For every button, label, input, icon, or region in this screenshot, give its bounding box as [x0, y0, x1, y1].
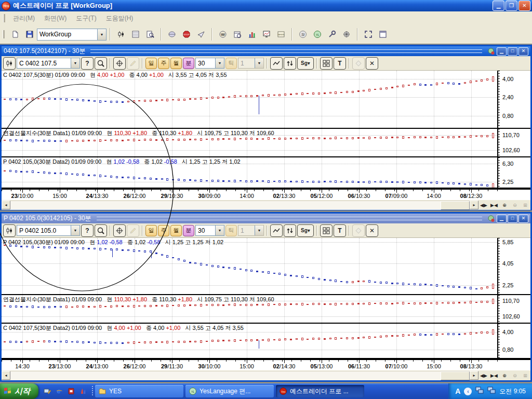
bar-chart-icon[interactable]	[245, 28, 259, 41]
expand-bars-button[interactable]: ◀▶	[478, 371, 489, 380]
alert-bulb-icon[interactable]	[487, 215, 496, 222]
zoom-out-button[interactable]: ⊖	[510, 371, 520, 380]
task-button[interactable]: Yes예스트레이더 프로 ...	[276, 385, 364, 397]
tick-button[interactable]: 틱	[225, 58, 237, 69]
save-icon[interactable]	[23, 28, 36, 41]
compress-bars-button[interactable]: ▶◀	[489, 371, 499, 380]
expand-icon[interactable]	[362, 28, 375, 41]
menu-item-3[interactable]: 도구(T)	[71, 12, 101, 24]
chart-minimize-button[interactable]: ▁	[497, 47, 507, 56]
task-button[interactable]: YES	[95, 385, 183, 397]
scroll-right-button[interactable]: ▸	[470, 201, 478, 209]
chevron-down-icon[interactable]: ▼	[215, 58, 224, 68]
period-button-주[interactable]: 주	[158, 58, 169, 69]
candlestick-chart-icon[interactable]	[114, 28, 128, 41]
scroll-left-button[interactable]: ◂	[2, 201, 10, 209]
multi-grid-button[interactable]: ⊞	[520, 371, 530, 380]
pencil-button[interactable]	[127, 57, 139, 70]
chart-close-button[interactable]: ✕	[518, 215, 528, 223]
scroll-right-button[interactable]: ▸	[470, 371, 478, 380]
help-button[interactable]: ?	[81, 57, 94, 70]
ime-indicator[interactable]: A	[455, 387, 460, 395]
symbol-combo[interactable]: C 0402 107.5▼	[17, 58, 80, 69]
comm-icon[interactable]	[165, 28, 179, 41]
zoom-in-button[interactable]: ⊕	[499, 371, 510, 380]
shape-tool-button[interactable]	[352, 57, 365, 70]
chevron-down-icon[interactable]: ▼	[71, 58, 79, 68]
new-workspace-icon[interactable]	[8, 28, 22, 41]
tick-count-combo[interactable]: 1▼	[238, 58, 264, 69]
pencil-button[interactable]	[127, 224, 139, 237]
period-button-분[interactable]: 분	[183, 58, 194, 69]
shape-tool-button[interactable]	[352, 224, 365, 237]
ie-icon[interactable]: e	[55, 387, 63, 395]
zoom-button[interactable]	[95, 224, 107, 237]
text-tool-button[interactable]: T	[334, 224, 346, 237]
zoom-in-button[interactable]: ⊕	[499, 201, 510, 209]
scrollbar-thumb[interactable]	[441, 201, 470, 210]
grid-layout-button[interactable]	[320, 57, 332, 70]
candlestick-mode-icon[interactable]	[3, 224, 16, 237]
interval-combo[interactable]: 30▼	[195, 58, 224, 69]
zoom-out-button[interactable]: ⊖	[510, 201, 520, 209]
interval-combo[interactable]: 30▼	[195, 225, 224, 236]
workgroup-combo[interactable]: WorkGroup▼	[37, 29, 107, 41]
help-button[interactable]: ?	[81, 224, 94, 237]
chart-minimize-button[interactable]: ▁	[497, 215, 507, 223]
wrench-icon[interactable]	[325, 28, 339, 41]
line-mode-button[interactable]	[270, 224, 283, 237]
news-icon[interactable]: NEWS	[274, 28, 288, 41]
network-icon[interactable]	[475, 386, 484, 396]
chevron-down-icon[interactable]: ▼	[97, 29, 106, 40]
chart-close-button[interactable]: ✕	[518, 47, 528, 56]
paint-icon[interactable]	[79, 387, 87, 395]
signal-button[interactable]: Sg▾	[297, 224, 314, 237]
restore-button[interactable]: ❐	[506, 1, 517, 11]
symbol-combo[interactable]: P 0402 105.0▼	[17, 225, 80, 236]
chart-maximize-button[interactable]: □	[508, 215, 517, 223]
calendar-search-icon[interactable]	[231, 28, 244, 41]
crosshair-button[interactable]	[113, 57, 126, 70]
period-button-분[interactable]: 분	[183, 225, 194, 236]
send-icon[interactable]	[194, 28, 208, 41]
monitor-chart-icon[interactable]	[260, 28, 273, 41]
close-button[interactable]: ✕	[518, 1, 530, 11]
stop-icon[interactable]: STOP	[180, 28, 193, 41]
tray-collapse-icon[interactable]: ‹	[464, 388, 472, 395]
text-tool-button[interactable]: T	[334, 57, 346, 70]
yl-badge-icon[interactable]: YL	[311, 28, 324, 41]
chart-maximize-button[interactable]: □	[508, 47, 517, 56]
doc-search-icon[interactable]	[143, 28, 157, 41]
period-button-월[interactable]: 월	[170, 58, 182, 69]
gear-badge-icon[interactable]	[340, 28, 353, 41]
chevron-down-icon[interactable]: ▼	[71, 225, 79, 235]
start-button[interactable]: 시작	[0, 383, 38, 399]
si-badge-icon[interactable]: Si	[296, 28, 310, 41]
candlestick-mode-icon[interactable]	[3, 57, 16, 70]
scrollbar-track[interactable]	[10, 201, 470, 210]
period-button-월[interactable]: 월	[170, 225, 182, 236]
updown-button[interactable]	[284, 224, 296, 237]
crosshair-button[interactable]	[113, 224, 126, 237]
expand-bars-button[interactable]: ◀▶	[478, 201, 489, 209]
updown-button[interactable]	[284, 57, 296, 70]
show-desktop-icon[interactable]	[43, 387, 51, 395]
panel-icon[interactable]	[376, 28, 390, 41]
zoom-button[interactable]	[95, 57, 107, 70]
network-icon[interactable]	[487, 386, 496, 396]
close-chart-button[interactable]: ✕	[366, 224, 378, 237]
line-mode-button[interactable]	[270, 57, 283, 70]
signal-button[interactable]: Sg▾	[297, 57, 314, 70]
compress-bars-button[interactable]: ▶◀	[489, 201, 499, 209]
period-button-일[interactable]: 일	[145, 58, 157, 69]
alert-bulb-icon[interactable]	[487, 47, 496, 55]
menu-item-1[interactable]: 관리(M)	[8, 12, 39, 24]
scrollbar-thumb[interactable]	[441, 371, 470, 380]
multi-grid-button[interactable]: ⊞	[520, 201, 530, 209]
hancom-icon[interactable]	[67, 387, 75, 395]
grid-layout-button[interactable]	[320, 224, 332, 237]
won-globe-icon[interactable]: ₩	[216, 28, 230, 41]
tick-count-combo[interactable]: 1▼	[238, 225, 264, 236]
scroll-left-button[interactable]: ◂	[2, 371, 10, 380]
tick-button[interactable]: 틱	[225, 225, 237, 236]
